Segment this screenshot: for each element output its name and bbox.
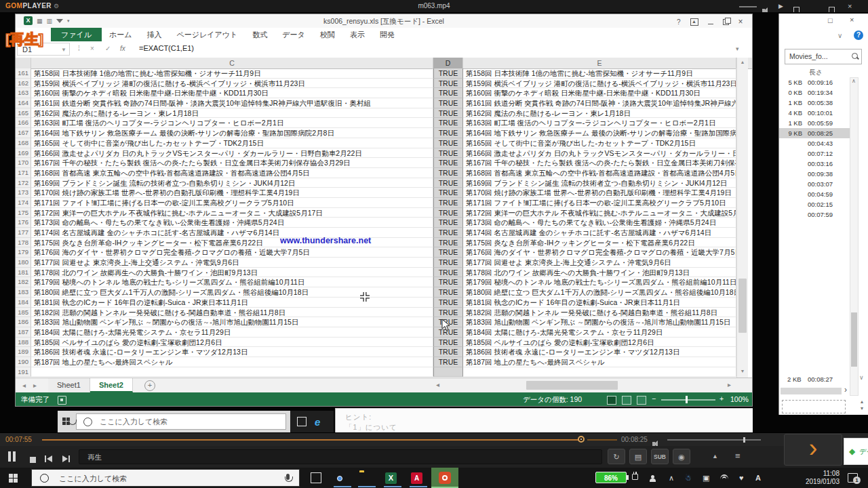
row-number[interactable]: 173 <box>16 188 31 198</box>
cell-e[interactable]: 第167回 千年の秘技・たたら製鉄 復活への炎-たたら製鉄・日立金属日本美術刀剣… <box>463 158 736 168</box>
volume-knob[interactable] <box>743 437 745 443</box>
table-row[interactable]: 180 第177回 回避せよ 東京湾炎上-海上交通システム・沖電気9月6日 TR… <box>16 258 752 268</box>
row-number[interactable]: 191 <box>16 367 31 378</box>
list-item[interactable]: 00:03:07 <box>779 179 850 189</box>
cell-d[interactable]: TRUE <box>433 128 463 138</box>
row-number[interactable]: 179 <box>16 247 31 258</box>
explorer-maximize-icon[interactable]: □ <box>828 16 833 24</box>
cell-c[interactable]: 第163回 町工場 復活のヘリコプター-ラジコンヘリコプター・ヒロボー2月1日 <box>31 118 433 128</box>
cell-d[interactable]: TRUE <box>433 268 463 278</box>
table-row[interactable]: 167 第164回 地下鉄サリン 救急医療チーム 最後の決断-サリンの解毒治療・… <box>16 128 752 138</box>
list-item[interactable]: 00:04:43 <box>779 138 850 148</box>
normal-view-icon[interactable] <box>607 396 616 405</box>
cell-e[interactable]: 第162回 魔法の糸に懸ける-レーヨン・東レ1月18日 <box>463 108 736 119</box>
table-row[interactable]: 171 第168回 首都高速 東京五輪への空中作戦-首都高速道路建設・首都高速道… <box>16 168 752 178</box>
spin-up-icon[interactable]: ▴ <box>861 399 863 405</box>
cell-c[interactable]: 第171回 ファイト!町工場に捧げる日本一の歌-淀川工業高校グリークラブ5月10… <box>31 198 433 208</box>
spin-down-icon[interactable]: ▾ <box>861 405 863 411</box>
video-area[interactable]: X ▦ ▥ ▾ ks006_rensyu.xls [互換モード] - Excel… <box>0 12 868 432</box>
row-number[interactable]: 186 <box>16 317 31 327</box>
cell-d[interactable]: TRUE <box>433 347 463 357</box>
row-number[interactable]: 188 <box>16 338 31 348</box>
sheet-tab[interactable]: Sheet2 <box>90 378 133 392</box>
battery-indicator[interactable]: 86% <box>595 472 627 483</box>
cancel-icon[interactable]: × <box>90 45 94 52</box>
table-row[interactable]: 165 第162回 魔法の糸に懸ける-レーヨン・東レ1月18日 TRUE 第16… <box>16 108 752 119</box>
ribbon-tab[interactable]: 数式 <box>245 28 275 41</box>
cell-d[interactable]: TRUE <box>433 118 463 128</box>
table-row[interactable]: 182 第179回 秘境へのトンネル 地底の戦士たち-シリーズ黒四ダム・熊谷組前… <box>16 277 752 287</box>
excel-taskbar-icon[interactable]: X <box>385 472 397 484</box>
cell-c[interactable]: 第186回 技術者魂 永遠に-ロータリーエンジン車・マツダ12月13日 <box>31 347 433 357</box>
cell-e[interactable]: 第187回 地上の星たちへ-最終回スペシャル <box>463 357 736 367</box>
vertical-scrollbar[interactable]: ▲ ▼ <box>736 58 748 378</box>
cell-d[interactable]: TRUE <box>433 188 463 198</box>
volume-slider[interactable] <box>667 439 761 441</box>
length-column-header[interactable]: 長さ <box>809 68 823 77</box>
list-item[interactable]: 00:07:12 <box>779 148 850 159</box>
row-number[interactable]: 164 <box>16 98 31 108</box>
column-header-e[interactable]: E <box>463 58 736 68</box>
row-number[interactable]: 171 <box>16 168 31 178</box>
table-row[interactable]: 187 第184回 太陽に懸けろ-太陽光発電システム・京セラ11月29日 TRU… <box>16 327 752 338</box>
ribbon-tab[interactable]: 挿入 <box>140 28 170 41</box>
explorer-hscroll-thumb[interactable] <box>781 388 842 394</box>
hscroll-right-icon[interactable]: ▸ <box>728 381 731 388</box>
chevron-down-icon[interactable]: ∨ <box>837 32 842 39</box>
excel-restore-button[interactable] <box>723 19 729 25</box>
stop-button[interactable] <box>30 453 36 466</box>
ribbon-tab[interactable]: 校閲 <box>313 28 342 41</box>
display-tray-icon[interactable]: ▣ <box>703 474 709 482</box>
explorer-scrollbar[interactable]: ∧ <box>850 77 859 396</box>
cell-e[interactable]: 第181回 執念のICカード 16年目の逆転劇-Suica・JR東日本11月1日 <box>463 298 736 308</box>
cell-e[interactable]: 第183回 旭山動物園 ペンギン翔ぶ ～閉園からの復活～-旭川市旭山動物園11月… <box>463 317 736 327</box>
table-row[interactable]: 178 第175回 炎なき台所革命-IHクッキングヒーター・松下電器産業6月22… <box>16 238 752 248</box>
cell-e[interactable]: 第170回 焼け跡の家族工場 世界へ-世界初の自動孔版印刷機・理想科学工業4月1… <box>463 188 736 198</box>
cell-e[interactable]: 第178回 北のワイン 故郷再生への大勝負-十勝ワイン・池田町9月13日 <box>463 268 736 278</box>
page-break-view-icon[interactable] <box>637 396 646 405</box>
fx-icon[interactable]: fx <box>120 45 125 52</box>
cell-d[interactable]: TRUE <box>433 138 463 148</box>
list-item[interactable]: 0 KB 00:19:34 <box>779 87 850 98</box>
cell-e[interactable]: 第172回 東洋一の巨大ホテル 不夜城作戦に挑む-ホテルニューオータニ・大成建設… <box>463 208 736 218</box>
list-item[interactable]: 00:09:38 <box>779 169 850 179</box>
previous-button[interactable] <box>45 453 52 465</box>
cell-e[interactable]: 第158回 日本技術陣 1億の地雷に挑む-地雷探知機・ジオサーチ11月9日 <box>463 68 736 79</box>
explorer-scroll-thumb[interactable] <box>851 312 857 367</box>
cell-e[interactable]: 第180回 絶壁に立つ 巨大ダム1千万人の激闘-シリーズ黒四ダム・熊谷組後編10… <box>463 287 736 298</box>
list-item[interactable]: 1 KB 00:05:38 <box>779 98 850 108</box>
zoom-out-button[interactable]: − <box>652 394 656 403</box>
cell-d[interactable]: TRUE <box>433 308 463 318</box>
row-number[interactable]: 176 <box>16 218 31 228</box>
scroll-down-button[interactable]: ▼ <box>737 367 748 376</box>
taskbar-search-box[interactable]: ここに入力して検索 <box>31 469 300 487</box>
table-row[interactable]: 168 第165回 そして街中に音楽が飛び出した-カセットテープ・TDK2月15… <box>16 138 752 148</box>
table-row[interactable]: 188 第185回 ベルサイユのばら 愛の逆転劇-宝塚歌劇団12月6日 TRUE… <box>16 338 752 348</box>
cell-e[interactable]: 第163回 町工場 復活のヘリコプター-ラジコンヘリコプター・ヒロボー2月1日 <box>463 118 736 128</box>
column-header-d[interactable]: D <box>433 58 463 68</box>
cell-e[interactable]: 第164回 地下鉄サリン 救急医療チーム 最後の決断-サリンの解毒治療・聖路加国… <box>463 128 736 138</box>
row-number[interactable]: 182 <box>16 277 31 287</box>
excel-close-button[interactable]: × <box>738 17 743 26</box>
list-item[interactable]: 00:04:59 <box>779 189 850 199</box>
row-number[interactable]: 181 <box>16 268 31 278</box>
cell-d[interactable]: TRUE <box>433 298 463 308</box>
cell-c[interactable]: 第172回 東洋一の巨大ホテル 不夜城作戦に挑む-ホテルニューオータニ・大成建設… <box>31 208 433 218</box>
cell-e[interactable] <box>463 367 736 378</box>
cell-c[interactable]: 第183回 旭山動物園 ペンギン翔ぶ ～閉園からの復活～-旭川市旭山動物園11月… <box>31 317 433 327</box>
list-item[interactable]: 9 KB 00:08:25 <box>779 128 850 138</box>
cell-e[interactable]: 第179回 秘境へのトンネル 地底の戦士たち-シリーズ黒四ダム・熊谷組前編10月… <box>463 277 736 287</box>
explorer-file-list[interactable]: 5 KB 00:09:16 0 KB 00:19:34 1 KB 00:05:3… <box>779 77 850 220</box>
row-number[interactable]: 177 <box>16 228 31 238</box>
row-number[interactable]: 170 <box>16 158 31 168</box>
zoom-level[interactable]: 100% <box>730 395 749 403</box>
cell-c[interactable]: 第160回 衝撃のケネディ暗殺 日米衛星中継-日米衛星中継・KDD11月30日 <box>31 88 433 98</box>
table-row[interactable]: 172 第169回 ブランドミシン誕生 流転の技術者立つ-自動糸切りミシン・JU… <box>16 178 752 188</box>
cell-c[interactable]: 第158回 日本技術陣 1億の地雷に挑む-地雷探知機・ジオサーチ11月9日 <box>31 68 433 79</box>
cell-d[interactable]: TRUE <box>433 168 463 178</box>
page-layout-view-icon[interactable] <box>622 396 631 405</box>
cell-d[interactable]: TRUE <box>433 148 463 159</box>
list-item[interactable]: 5 KB 00:09:16 <box>779 77 850 87</box>
cell-e[interactable]: 第166回 激走せよパリダカ 日の丸トラックVSモンスター-パリ・ダカールラリー… <box>463 148 736 159</box>
table-row[interactable]: 186 第183回 旭山動物園 ペンギン翔ぶ ～閉園からの復活～-旭川市旭山動物… <box>16 317 752 327</box>
